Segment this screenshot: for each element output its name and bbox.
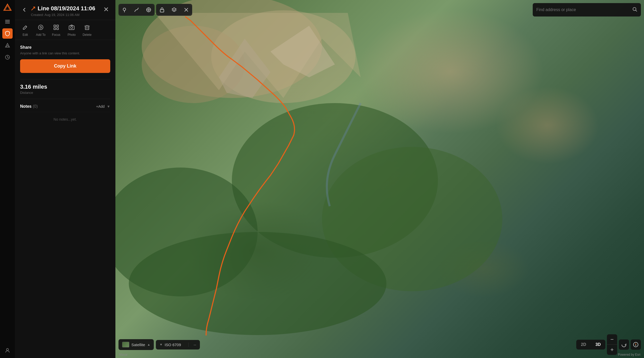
focus-label: Focus xyxy=(52,33,61,37)
edit-button[interactable]: Edit xyxy=(20,23,30,37)
view-3d-button[interactable]: 3D xyxy=(591,340,605,349)
sidebar-item-layers[interactable] xyxy=(2,16,13,27)
svg-marker-53 xyxy=(635,345,636,346)
photo-label: Photo xyxy=(67,33,75,37)
photo-button[interactable]: Photo xyxy=(66,23,77,37)
svg-marker-46 xyxy=(172,8,176,10)
close-tool-button[interactable] xyxy=(180,4,192,16)
view-2d-button[interactable]: 2D xyxy=(576,340,591,349)
panel-subtitle: Created: Aug 19, 2024 11:06 AM xyxy=(31,13,99,17)
distance-value: 3.16 miles xyxy=(20,84,110,90)
back-button[interactable] xyxy=(20,6,28,14)
svg-rect-13 xyxy=(5,21,10,22)
add-to-label: Add To xyxy=(36,33,45,37)
svg-point-39 xyxy=(147,8,151,12)
zoom-controls: − + xyxy=(607,334,617,355)
sidebar-item-history[interactable] xyxy=(2,52,13,62)
compass-button[interactable] xyxy=(631,339,641,350)
esri-credit: Powered by Esri xyxy=(618,353,640,356)
sidebar-item-user[interactable] xyxy=(2,345,13,355)
bottom-bar: Satellite ▲ ▼ ISO 6709 -- 2D 3D − + xyxy=(118,334,641,355)
maxar-credit: Maxar xyxy=(119,353,128,356)
iso-selector[interactable]: ▼ ISO 6709 -- xyxy=(156,340,200,349)
svg-line-22 xyxy=(26,26,27,27)
svg-marker-10 xyxy=(4,4,11,10)
map-tool-group-left xyxy=(118,4,155,16)
notes-title-group: Notes (0) xyxy=(20,104,38,109)
marker-tool-button[interactable] xyxy=(118,4,130,16)
svg-rect-31 xyxy=(85,26,89,30)
svg-point-23 xyxy=(38,25,43,30)
panel-title-section: Line 08/19/2024 11:06 Created: Aug 19, 2… xyxy=(31,5,99,17)
left-sidebar xyxy=(0,0,15,358)
satellite-label: Satellite xyxy=(131,343,145,347)
svg-point-40 xyxy=(148,9,149,11)
add-note-button[interactable]: +Add xyxy=(96,104,105,109)
top-bar xyxy=(118,3,641,16)
app-logo xyxy=(2,3,13,13)
svg-marker-52 xyxy=(635,343,636,345)
add-to-button[interactable]: Add To xyxy=(36,23,46,37)
notes-title: Notes xyxy=(20,104,31,109)
satellite-thumbnail xyxy=(122,342,129,347)
copy-link-button[interactable]: Copy Link xyxy=(20,59,110,73)
layers-tool-button[interactable] xyxy=(168,4,180,16)
svg-rect-28 xyxy=(57,28,58,30)
lock-tool-button[interactable] xyxy=(156,4,168,16)
panel-content: Share Anyone with a link can view this c… xyxy=(15,40,115,358)
notes-empty-text: No notes...yet. xyxy=(20,112,110,127)
panel-header: Line 08/19/2024 11:06 Created: Aug 19, 2… xyxy=(15,0,115,20)
svg-point-18 xyxy=(6,348,9,351)
satellite-chevron-icon: ▲ xyxy=(147,343,150,346)
panel-title: Line 08/19/2024 11:06 xyxy=(38,5,95,12)
route-tool-button[interactable] xyxy=(131,4,142,16)
svg-rect-27 xyxy=(54,28,56,30)
focus-button[interactable]: Focus xyxy=(51,23,61,37)
map-tools-left xyxy=(118,4,192,16)
share-description: Anyone with a link can view this content… xyxy=(20,51,110,55)
map-tool-group-right xyxy=(156,4,192,16)
iso-label: ISO 6709 xyxy=(165,343,181,347)
close-button[interactable] xyxy=(102,5,110,13)
search-input[interactable] xyxy=(536,7,632,12)
zoom-in-button[interactable]: + xyxy=(607,345,617,355)
search-bar xyxy=(533,3,641,16)
share-section: Share Anyone with a link can view this c… xyxy=(20,45,110,73)
delete-label: Delete xyxy=(83,33,92,37)
delete-button[interactable]: Delete xyxy=(82,23,92,37)
share-title: Share xyxy=(20,45,110,50)
svg-line-50 xyxy=(636,10,637,11)
notes-count: (0) xyxy=(33,104,38,109)
sidebar-item-shield[interactable] xyxy=(2,28,13,39)
coordinates-display: -- xyxy=(188,343,196,347)
view-controls: 2D 3D − + xyxy=(576,334,641,355)
iso-chevron-icon: ▼ xyxy=(159,343,163,346)
detail-panel: Line 08/19/2024 11:06 Created: Aug 19, 2… xyxy=(15,0,115,358)
satellite-selector[interactable]: Satellite ▲ xyxy=(118,339,154,350)
svg-line-19 xyxy=(32,7,35,10)
zoom-out-button[interactable]: − xyxy=(607,334,617,345)
svg-point-30 xyxy=(71,27,73,29)
distance-section: 3.16 miles Distance xyxy=(20,79,110,99)
svg-rect-14 xyxy=(5,23,10,23)
view-mode-toggle: 2D 3D xyxy=(576,340,605,349)
rotate-button[interactable] xyxy=(619,339,629,350)
sidebar-item-terrain[interactable] xyxy=(2,40,13,51)
distance-label: Distance xyxy=(20,91,110,95)
svg-rect-45 xyxy=(160,10,164,12)
action-toolbar: Edit Add To Focus xyxy=(15,20,115,40)
notes-chevron-icon[interactable]: ▼ xyxy=(107,104,110,109)
edit-label: Edit xyxy=(23,33,28,37)
svg-marker-11 xyxy=(5,6,10,10)
line-type-icon xyxy=(31,6,36,11)
notes-actions: +Add ▼ xyxy=(96,104,110,109)
notes-header: Notes (0) +Add ▼ xyxy=(20,104,110,109)
svg-rect-12 xyxy=(5,20,10,21)
search-icon[interactable] xyxy=(632,7,637,13)
notes-section: Notes (0) +Add ▼ No notes...yet. xyxy=(20,104,110,127)
svg-point-37 xyxy=(123,8,126,11)
gps-tool-button[interactable] xyxy=(143,4,155,16)
svg-rect-26 xyxy=(57,25,58,27)
svg-rect-25 xyxy=(54,25,56,27)
